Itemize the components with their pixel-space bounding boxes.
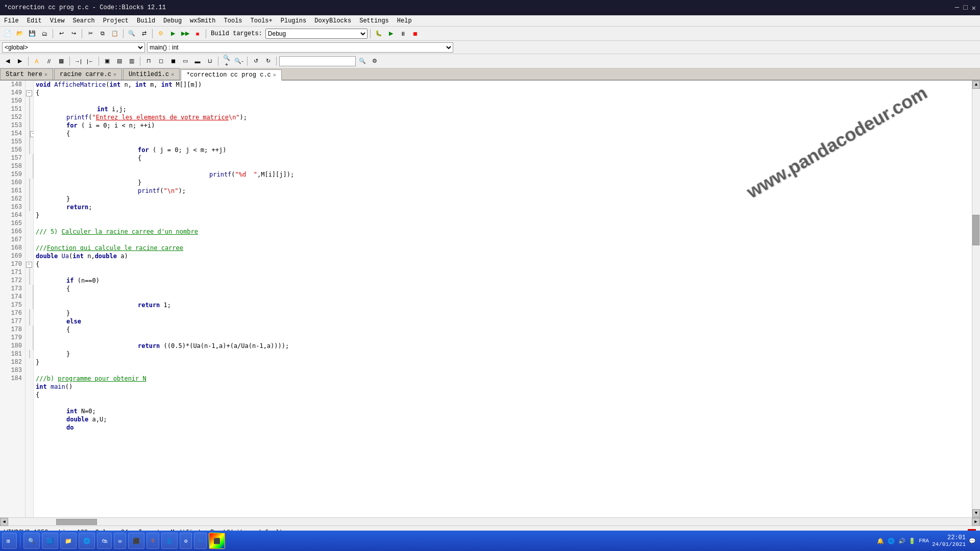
debug-stop-button[interactable]: ⏹: [410, 28, 421, 39]
tab-untitled[interactable]: Untitled1.c ✕: [123, 68, 180, 80]
fold-icon-149[interactable]: −: [26, 90, 32, 96]
menu-debug[interactable]: Debug: [159, 16, 186, 26]
fold-icon-170[interactable]: −: [26, 262, 32, 268]
maximize-button[interactable]: □: [963, 4, 967, 12]
run-button[interactable]: ▶: [167, 28, 179, 39]
hscroll-thumb[interactable]: [56, 519, 97, 525]
menu-doxyblocks[interactable]: DoxyBlocks: [310, 16, 355, 26]
taskbar-vscode[interactable]: ⬛: [128, 533, 144, 549]
shape4[interactable]: ▭: [180, 56, 191, 67]
taskbar-settings[interactable]: ⚙: [180, 533, 192, 549]
menu-project[interactable]: Project: [99, 16, 133, 26]
tab-close-icon[interactable]: ✕: [113, 71, 116, 78]
taskbar-notification[interactable]: 💬: [969, 538, 976, 544]
taskbar-mail[interactable]: ✉: [114, 533, 127, 549]
undo-button[interactable]: ↩: [56, 28, 67, 39]
scroll-up-btn[interactable]: ▲: [972, 81, 980, 89]
copy-button[interactable]: ⧉: [97, 28, 108, 39]
stop-button[interactable]: ■: [192, 28, 203, 39]
tab-close-icon[interactable]: ✕: [44, 71, 47, 78]
stream-select[interactable]: ▤: [114, 56, 125, 67]
tab-correction[interactable]: *correction cc prog c.c ✕: [181, 69, 282, 81]
indent-button[interactable]: →|: [72, 56, 84, 67]
paste-button[interactable]: 📋: [109, 28, 120, 39]
toggle-fold[interactable]: ▦: [56, 56, 67, 67]
fold-154[interactable]: −: [29, 130, 33, 138]
taskbar-cortana[interactable]: 🟦: [42, 533, 58, 549]
taskbar-store[interactable]: 🛍: [97, 533, 112, 549]
close-button[interactable]: ✕: [972, 4, 976, 12]
refresh[interactable]: ↺: [250, 56, 261, 67]
function-scope-select[interactable]: main() : int: [147, 42, 453, 53]
build-button[interactable]: ⚙: [155, 28, 166, 39]
global-scope-select[interactable]: <global>: [2, 42, 145, 53]
code-nav-fwd[interactable]: ▶: [14, 56, 26, 67]
taskbar-app1[interactable]: S: [146, 533, 159, 549]
shape2[interactable]: ◻: [155, 56, 166, 67]
taskbar-word[interactable]: W: [194, 533, 207, 549]
toggle-comment[interactable]: //: [43, 56, 55, 67]
tab-close-icon[interactable]: ✕: [171, 71, 174, 78]
menu-build[interactable]: Build: [133, 16, 159, 26]
code-nav-back[interactable]: ◀: [2, 56, 13, 67]
minimize-button[interactable]: ─: [955, 4, 959, 12]
hscroll-left-btn[interactable]: ◀: [0, 518, 8, 526]
menu-edit[interactable]: Edit: [23, 16, 46, 26]
replace-button[interactable]: ⇄: [138, 28, 150, 39]
menu-tools-plus[interactable]: Tools+: [247, 16, 277, 26]
hscroll-track[interactable]: [8, 518, 972, 525]
zoom-out[interactable]: 🔍-: [233, 56, 244, 67]
build-run-button[interactable]: ▶▶: [180, 28, 191, 39]
shape5[interactable]: ▬: [192, 56, 203, 67]
tab-racine[interactable]: racine carre.c ✕: [54, 68, 122, 80]
menu-tools[interactable]: Tools: [220, 16, 247, 26]
debug-run-button[interactable]: ▶: [385, 28, 397, 39]
debug-button[interactable]: 🐛: [373, 28, 384, 39]
new-button[interactable]: 📄: [2, 28, 13, 39]
tab-close-icon[interactable]: ✕: [273, 72, 276, 78]
menu-help[interactable]: Help: [393, 16, 416, 26]
line-select[interactable]: ▥: [126, 56, 137, 67]
scroll-track[interactable]: [972, 89, 980, 509]
save-button[interactable]: 💾: [27, 28, 38, 39]
cut-button[interactable]: ✂: [85, 28, 96, 39]
code-area[interactable]: void AfficheMatrice(int n, int m, int M[…: [34, 81, 972, 517]
redo-button[interactable]: ↪: [68, 28, 79, 39]
unindent-button[interactable]: |←: [85, 56, 96, 67]
shape6[interactable]: ⊔: [204, 56, 215, 67]
menu-plugins[interactable]: Plugins: [277, 16, 310, 26]
taskbar-search[interactable]: 🔍: [23, 533, 40, 549]
hscroll-right-btn[interactable]: ▶: [972, 518, 980, 526]
tab-start-here[interactable]: Start here ✕: [0, 68, 53, 80]
taskbar-edge[interactable]: 🌐: [79, 533, 95, 549]
highlight-button[interactable]: A: [31, 56, 42, 67]
find-button[interactable]: 🔍: [126, 28, 137, 39]
debug-step-button[interactable]: ⏸: [398, 28, 409, 39]
fold-170[interactable]: −: [26, 260, 33, 268]
search-options[interactable]: ⚙: [369, 56, 380, 67]
vscrollbar[interactable]: ▲ ▼: [972, 81, 980, 517]
hscrollbar[interactable]: ◀ ▶: [0, 517, 980, 525]
block-select[interactable]: ▣: [102, 56, 113, 67]
window-controls[interactable]: ─ □ ✕: [955, 4, 976, 12]
search-input[interactable]: [279, 56, 356, 66]
search-go[interactable]: 🔍: [357, 56, 368, 67]
scroll-down-btn[interactable]: ▼: [972, 509, 980, 517]
menu-view[interactable]: View: [46, 16, 69, 26]
save-all-button[interactable]: 🗂: [39, 28, 50, 39]
taskbar-app2[interactable]: 👤: [161, 533, 178, 549]
menu-wxsmith[interactable]: wxSmith: [186, 16, 219, 26]
taskbar-app3[interactable]: ⬛: [209, 533, 225, 549]
zoom-in[interactable]: 🔍+: [221, 56, 232, 67]
taskbar-fileexplorer[interactable]: 📁: [60, 533, 77, 549]
menu-search[interactable]: Search: [68, 16, 99, 26]
scroll-thumb[interactable]: [972, 215, 979, 245]
menu-file[interactable]: File: [0, 16, 23, 26]
build-target-select[interactable]: Debug: [265, 29, 368, 39]
shape1[interactable]: ⊓: [143, 56, 154, 67]
open-button[interactable]: 📂: [14, 28, 26, 39]
start-button[interactable]: ⊞: [2, 533, 17, 549]
sync[interactable]: ↻: [262, 56, 274, 67]
menu-settings[interactable]: Settings: [355, 16, 393, 26]
fold-149[interactable]: −: [26, 89, 33, 97]
